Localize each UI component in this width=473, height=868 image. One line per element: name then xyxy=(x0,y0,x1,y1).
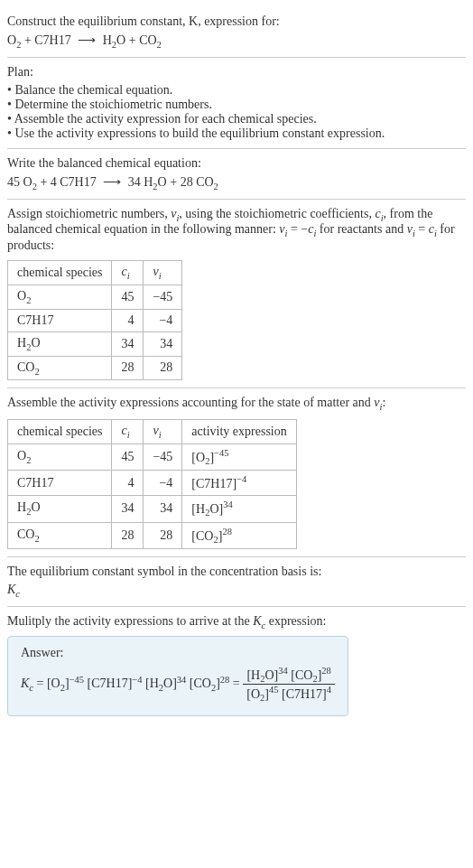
table-header-row: chemical species ci νi xyxy=(8,261,182,285)
col-activity: activity expression xyxy=(182,420,296,444)
activity-table: chemical species ci νi activity expressi… xyxy=(7,419,297,549)
table-row: H2O 34 34 [H2O]34 xyxy=(8,496,297,522)
term: [CO xyxy=(291,667,312,681)
exp: 4 xyxy=(327,685,331,695)
ae: [CO xyxy=(191,528,213,542)
symbol-kc: Kc xyxy=(7,583,466,599)
fraction: [H2O]34 [CO2]28[O2]45 [C7H17]4 xyxy=(243,666,335,704)
term: [O xyxy=(246,687,260,701)
prompt-section: Construct the equilibrium constant, K, e… xyxy=(7,7,466,58)
prompt-text: Construct the equilibrium constant, K, e… xyxy=(7,14,280,28)
plus: + xyxy=(167,175,181,189)
plan-item: Use the activity expressions to build th… xyxy=(7,126,466,141)
plan-item: Balance the chemical equation. xyxy=(7,83,466,98)
arrow-icon: ⟶ xyxy=(74,33,99,47)
cell-nu: 34 xyxy=(144,496,182,522)
cell-c: 28 xyxy=(112,356,144,380)
ae: [H xyxy=(191,502,205,516)
exp: −4 xyxy=(236,474,246,484)
text: expression: xyxy=(265,614,326,628)
fraction-numerator: [H2O]34 [CO2]28 xyxy=(243,666,335,685)
text: = xyxy=(415,222,429,236)
col-c: ci xyxy=(112,420,144,444)
sp: O xyxy=(17,289,26,303)
table-header-row: chemical species ci νi activity expressi… xyxy=(8,420,297,444)
sp: O xyxy=(17,449,26,462)
text: Assign stoichiometric numbers, xyxy=(7,207,171,220)
text: = − xyxy=(287,222,308,236)
plan-title: Plan: xyxy=(7,65,466,79)
sub: 2 xyxy=(34,534,39,544)
answer-box: Answer: Kc = [O2]−45 [C7H17]−4 [H2O]34 [… xyxy=(7,636,348,717)
ae: [C7H17] xyxy=(191,477,236,490)
plan-section: Plan: Balance the chemical equation. Det… xyxy=(7,58,466,149)
plan-bullets: Balance the chemical equation. Determine… xyxy=(7,83,466,141)
cell-species: CO2 xyxy=(8,522,112,548)
activity-intro: Assemble the activity expressions accoun… xyxy=(7,396,466,412)
stoich-table: chemical species ci νi O2 45 −45 C7H17 4… xyxy=(7,260,182,380)
stoich-intro: Assign stoichiometric numbers, νi, using… xyxy=(7,207,466,254)
table-row: O2 45 −45 xyxy=(8,285,182,309)
eq: = xyxy=(33,677,47,690)
sub: i xyxy=(159,271,162,281)
sp: CO xyxy=(17,527,34,541)
term: [H xyxy=(246,667,260,681)
species: CO xyxy=(139,33,156,47)
exp: 28 xyxy=(321,666,331,676)
k: K xyxy=(253,614,261,628)
k: K xyxy=(7,583,15,596)
species: C7H17 xyxy=(34,33,70,47)
cell-nu: −45 xyxy=(144,285,182,309)
sub: 2 xyxy=(34,366,39,376)
coef: 4 xyxy=(51,175,60,189)
cell-c: 34 xyxy=(112,331,144,356)
cell-c: 4 xyxy=(112,471,144,496)
cell-activity: [H2O]34 xyxy=(182,496,296,522)
ae: O] xyxy=(209,502,223,516)
table-row: C7H17 4 −4 xyxy=(8,309,182,331)
coef: 28 xyxy=(181,175,197,189)
k: K xyxy=(21,677,29,690)
text: for reactants and xyxy=(316,222,406,236)
ksub: c xyxy=(15,589,20,599)
species: H xyxy=(144,175,153,189)
sp: CO xyxy=(17,360,34,374)
table-row: CO2 28 28 [CO2]28 xyxy=(8,522,297,548)
sub: i xyxy=(159,430,162,440)
cell-c: 34 xyxy=(112,496,144,522)
cell-activity: [C7H17]−4 xyxy=(182,471,296,496)
term: [C7H17] xyxy=(88,677,133,690)
cell-species: CO2 xyxy=(8,356,112,380)
cell-nu: 34 xyxy=(144,331,182,356)
sub: 2 xyxy=(214,182,218,191)
ae: [O xyxy=(191,451,205,464)
final-intro: Mulitply the activity expressions to arr… xyxy=(7,614,466,630)
symbol-line: The equilibrium constant symbol in the c… xyxy=(7,565,466,579)
sub: i xyxy=(127,271,130,281)
term: [O xyxy=(47,677,60,690)
coef: 45 xyxy=(7,175,23,189)
sub: i xyxy=(127,430,130,440)
exp: 28 xyxy=(220,674,230,684)
sub: 2 xyxy=(157,40,162,50)
table-row: C7H17 4 −4 [C7H17]−4 xyxy=(8,471,297,496)
cell-species: H2O xyxy=(8,331,112,356)
activity-section: Assemble the activity expressions accoun… xyxy=(7,388,466,557)
cell-species: H2O xyxy=(8,496,112,522)
cell-species: O2 xyxy=(8,443,112,470)
cell-activity: [CO2]28 xyxy=(182,522,296,548)
term: O] xyxy=(163,677,177,690)
term: [CO xyxy=(190,677,211,690)
species: CO xyxy=(196,175,213,189)
exp: −4 xyxy=(132,674,142,684)
term: [H xyxy=(145,677,159,690)
col-nu: νi xyxy=(144,420,182,444)
species: O xyxy=(7,33,16,47)
table-row: H2O 34 34 xyxy=(8,331,182,356)
col-species: chemical species xyxy=(8,420,112,444)
text: , using the stoichiometric coefficients, xyxy=(179,207,375,220)
text: Mulitply the activity expressions to arr… xyxy=(7,614,253,628)
sp: O xyxy=(31,336,40,350)
species: O xyxy=(23,175,32,189)
sub: 2 xyxy=(26,455,31,465)
